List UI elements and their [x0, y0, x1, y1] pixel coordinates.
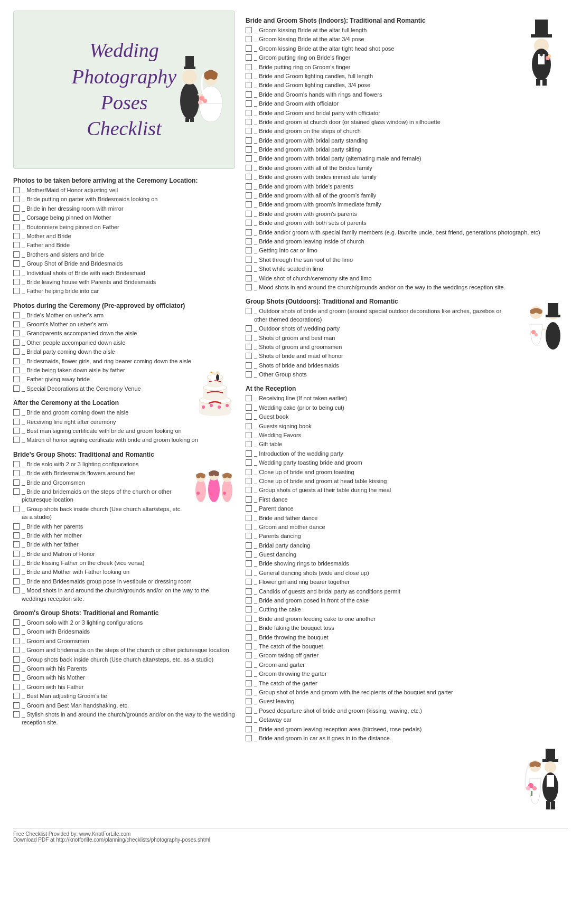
checkbox[interactable] [246, 362, 252, 369]
checkbox[interactable] [246, 616, 252, 622]
checkbox[interactable] [13, 479, 20, 486]
checkbox[interactable] [246, 100, 252, 107]
checkbox[interactable] [13, 224, 20, 230]
checkbox[interactable] [246, 570, 252, 576]
checkbox[interactable] [246, 353, 252, 359]
checkbox[interactable] [246, 459, 252, 466]
checkbox[interactable] [246, 432, 252, 438]
checkbox[interactable] [246, 229, 252, 235]
checkbox[interactable] [246, 192, 252, 199]
checkbox[interactable] [13, 488, 20, 495]
checkbox[interactable] [246, 128, 252, 134]
checkbox[interactable] [13, 674, 20, 681]
checkbox[interactable] [246, 266, 252, 272]
checkbox[interactable] [13, 279, 20, 285]
checkbox[interactable] [246, 662, 252, 668]
checkbox[interactable] [13, 428, 20, 434]
checkbox[interactable] [13, 541, 20, 548]
checkbox[interactable] [246, 284, 252, 290]
checkbox[interactable] [246, 524, 252, 530]
checkbox[interactable] [246, 82, 252, 88]
checkbox[interactable] [246, 155, 252, 162]
checkbox[interactable] [246, 325, 252, 332]
checkbox[interactable] [246, 634, 252, 640]
checkbox[interactable] [246, 54, 252, 61]
checkbox[interactable] [13, 419, 20, 425]
checkbox[interactable] [13, 560, 20, 566]
checkbox[interactable] [13, 711, 20, 718]
checkbox[interactable] [13, 196, 20, 202]
checkbox[interactable] [246, 110, 252, 116]
checkbox[interactable] [246, 308, 252, 314]
checkbox[interactable] [246, 542, 252, 549]
checkbox[interactable] [13, 702, 20, 709]
checkbox[interactable] [13, 587, 20, 593]
checkbox[interactable] [13, 385, 20, 392]
checkbox[interactable] [13, 260, 20, 267]
checkbox[interactable] [13, 187, 20, 193]
checkbox[interactable] [246, 275, 252, 281]
checkbox[interactable] [246, 247, 252, 253]
checkbox[interactable] [13, 693, 20, 699]
checkbox[interactable] [246, 413, 252, 420]
checkbox[interactable] [246, 671, 252, 677]
checkbox[interactable] [13, 358, 20, 364]
checkbox[interactable] [246, 689, 252, 695]
checkbox[interactable] [246, 606, 252, 612]
checkbox[interactable] [13, 270, 20, 276]
checkbox[interactable] [246, 698, 252, 704]
checkbox[interactable] [246, 73, 252, 79]
checkbox[interactable] [13, 348, 20, 355]
checkbox[interactable] [13, 214, 20, 221]
checkbox[interactable] [246, 579, 252, 585]
checkbox[interactable] [246, 211, 252, 217]
checkbox[interactable] [13, 321, 20, 327]
checkbox[interactable] [13, 523, 20, 530]
checkbox[interactable] [246, 551, 252, 558]
checkbox[interactable] [246, 165, 252, 171]
checkbox[interactable] [246, 441, 252, 447]
checkbox[interactable] [246, 220, 252, 226]
checkbox[interactable] [13, 409, 20, 416]
checkbox[interactable] [246, 45, 252, 52]
checkbox[interactable] [246, 708, 252, 714]
checkbox[interactable] [246, 183, 252, 190]
checkbox[interactable] [13, 506, 20, 512]
checkbox[interactable] [246, 496, 252, 503]
checkbox[interactable] [13, 367, 20, 373]
checkbox[interactable] [246, 371, 252, 378]
checkbox[interactable] [246, 478, 252, 484]
checkbox[interactable] [246, 404, 252, 411]
checkbox[interactable] [13, 551, 20, 557]
checkbox[interactable] [13, 205, 20, 212]
checkbox[interactable] [13, 437, 20, 443]
checkbox[interactable] [246, 257, 252, 263]
checkbox[interactable] [246, 146, 252, 153]
checkbox[interactable] [246, 487, 252, 493]
checkbox[interactable] [246, 625, 252, 631]
checkbox[interactable] [246, 174, 252, 180]
checkbox[interactable] [13, 656, 20, 663]
checkbox[interactable] [13, 312, 20, 318]
checkbox[interactable] [13, 684, 20, 690]
checkbox[interactable] [13, 638, 20, 644]
checkbox[interactable] [246, 395, 252, 401]
checkbox[interactable] [13, 578, 20, 584]
checkbox[interactable] [13, 470, 20, 476]
checkbox[interactable] [246, 137, 252, 144]
checkbox[interactable] [246, 643, 252, 649]
checkbox[interactable] [246, 560, 252, 567]
checkbox[interactable] [13, 340, 20, 346]
checkbox[interactable] [246, 588, 252, 595]
checkbox[interactable] [246, 335, 252, 341]
checkbox[interactable] [246, 680, 252, 686]
checkbox[interactable] [246, 505, 252, 512]
checkbox[interactable] [246, 533, 252, 539]
checkbox[interactable] [13, 665, 20, 672]
checkbox[interactable] [246, 238, 252, 244]
checkbox[interactable] [246, 64, 252, 70]
checkbox[interactable] [246, 726, 252, 732]
checkbox[interactable] [13, 532, 20, 539]
checkbox[interactable] [246, 423, 252, 429]
checkbox[interactable] [246, 652, 252, 658]
